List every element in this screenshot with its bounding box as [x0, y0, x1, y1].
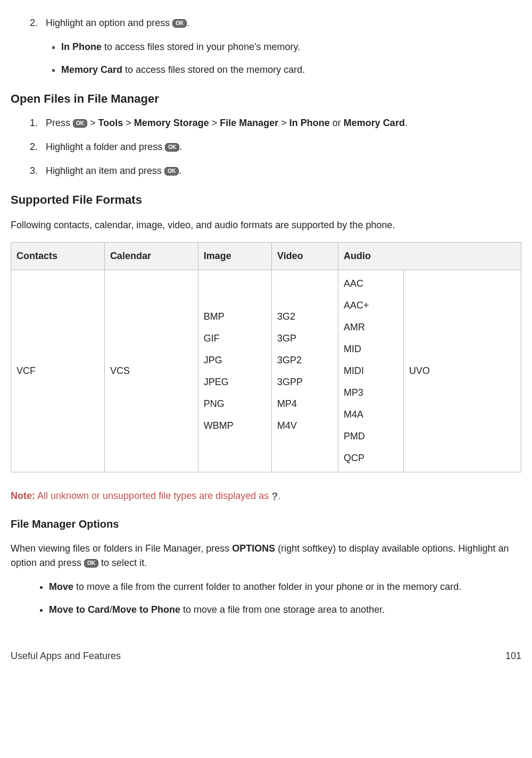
item-bold: In Phone: [61, 41, 102, 52]
step-text: Highlight an option and press: [46, 18, 172, 28]
open-files-steps: Press OK > Tools > Memory Storage > File…: [11, 116, 521, 178]
formats-intro: Following contacts, calendar, image, vid…: [11, 218, 521, 232]
th-contacts: Contacts: [11, 243, 105, 270]
step-2: Highlight a folder and press OK.: [40, 140, 521, 154]
td-audio2: UVO: [404, 270, 521, 472]
list-item: In Phone to access files stored in your …: [61, 40, 521, 54]
list-item: Move to move a file from the current fol…: [49, 580, 521, 594]
step-text-end: .: [187, 18, 189, 28]
ok-icon: OK: [172, 19, 187, 28]
options-intro: When viewing files or folders in File Ma…: [11, 542, 521, 570]
td-audio1: AAC AAC+ AMR MID MIDI MP3 M4A PMD QCP: [338, 270, 404, 472]
step-1: Press OK > Tools > Memory Storage > File…: [40, 116, 521, 130]
note-text: All unknown or unsupported file types ar…: [35, 490, 271, 501]
footer-left: Useful Apps and Features: [11, 649, 121, 663]
ok-icon: OK: [84, 559, 98, 568]
item-rest: to access files stored in your phone's m…: [102, 41, 300, 52]
td-video: 3G2 3GP 3GP2 3GPP MP4 M4V: [271, 270, 338, 472]
item-rest: to access files stored on the memory car…: [122, 64, 305, 75]
td-calendar: VCS: [104, 270, 198, 472]
th-image: Image: [198, 243, 271, 270]
td-image: BMP GIF JPG JPEG PNG WBMP: [198, 270, 271, 472]
footer-page-number: 101: [505, 649, 521, 663]
intro-step-2: Highlight an option and press OK.: [40, 16, 521, 30]
page-footer: Useful Apps and Features 101: [11, 649, 521, 663]
list-item: Move to Card/Move to Phone to move a fil…: [49, 603, 521, 617]
ok-icon: OK: [73, 119, 87, 128]
th-calendar: Calendar: [104, 243, 198, 270]
intro-step-list: Highlight an option and press OK.: [11, 16, 521, 30]
th-video: Video: [271, 243, 338, 270]
heading-options: File Manager Options: [11, 516, 521, 532]
step-3: Highlight an item and press OK.: [40, 164, 521, 178]
ok-icon: OK: [164, 167, 179, 176]
note-line: Note: All unknown or unsupported file ty…: [11, 488, 521, 504]
heading-formats: Supported File Formats: [11, 191, 521, 209]
td-contacts: VCF: [11, 270, 105, 472]
list-item: Memory Card to access files stored on th…: [61, 63, 521, 77]
th-audio: Audio: [338, 243, 521, 270]
item-bold: Memory Card: [61, 64, 122, 75]
options-list: Move to move a file from the current fol…: [11, 580, 521, 617]
question-icon: ?: [271, 488, 278, 504]
heading-open-files: Open Files in File Manager: [11, 90, 521, 107]
note-label: Note:: [11, 490, 35, 501]
ok-icon: OK: [165, 143, 179, 152]
intro-sublist: In Phone to access files stored in your …: [11, 40, 521, 77]
formats-table: Contacts Calendar Image Video Audio VCF …: [11, 242, 521, 472]
